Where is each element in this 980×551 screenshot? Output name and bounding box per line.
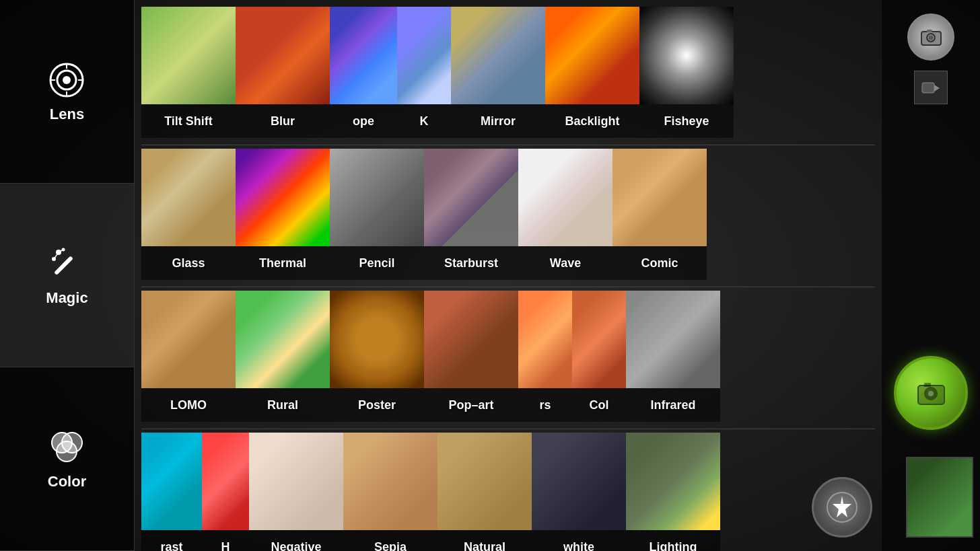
filter-fisheye[interactable]: Fisheye bbox=[639, 7, 734, 138]
filter-key[interactable]: K bbox=[397, 7, 451, 138]
filter-white[interactable]: white bbox=[532, 433, 626, 551]
filter-key-thumb bbox=[397, 7, 451, 104]
svg-point-15 bbox=[57, 441, 77, 462]
svg-rect-19 bbox=[927, 30, 932, 32]
color-section: LOMO Rural Poster Pop–art rs Col bbox=[141, 291, 875, 429]
filter-comic[interactable]: Comic bbox=[612, 149, 707, 280]
filter-pencil-thumb bbox=[330, 149, 424, 246]
magic-label: Magic bbox=[46, 289, 88, 307]
filter-pencil[interactable]: Pencil bbox=[330, 149, 424, 280]
filter-negative[interactable]: Negative bbox=[249, 433, 343, 551]
filter-h-label: H bbox=[202, 530, 249, 551]
filter-starburst[interactable]: Starburst bbox=[424, 149, 518, 280]
video-small-button[interactable] bbox=[914, 71, 948, 104]
svg-rect-20 bbox=[922, 83, 934, 93]
filter-natural-thumb bbox=[438, 433, 532, 530]
filter-popart[interactable]: Pop–art bbox=[424, 291, 518, 422]
filter-glass-thumb bbox=[141, 149, 236, 246]
color2-section: rast H Negative Sepia Natural white bbox=[141, 433, 875, 551]
filter-negative-label: Negative bbox=[249, 530, 343, 551]
sidebar-item-magic[interactable]: Magic bbox=[0, 184, 134, 367]
magic-icon bbox=[47, 244, 88, 284]
filter-comic-label: Comic bbox=[612, 246, 707, 280]
filter-infrared-thumb bbox=[626, 291, 720, 388]
filter-rs[interactable]: rs bbox=[518, 291, 572, 422]
filter-starburst-thumb bbox=[424, 149, 518, 246]
filter-mirror-label: Mirror bbox=[451, 104, 545, 138]
filter-lighting-label: Lighting bbox=[626, 530, 720, 551]
sidebar-item-lens[interactable]: Lens bbox=[0, 0, 134, 184]
filter-backlight-label: Backlight bbox=[545, 104, 639, 138]
filter-rural[interactable]: Rural bbox=[236, 291, 330, 422]
lens-filter-grid: Tilt Shift Blur ope K Mirror Backlight bbox=[141, 7, 875, 138]
filter-lomo[interactable]: LOMO bbox=[141, 291, 236, 422]
filter-kaleidoscope[interactable]: ope bbox=[330, 7, 397, 138]
filter-lomo-label: LOMO bbox=[141, 388, 236, 422]
filter-col-label: Col bbox=[572, 388, 626, 422]
filter-blur[interactable]: Blur bbox=[236, 7, 330, 138]
left-sidebar: Lens Magic Color bbox=[0, 0, 135, 551]
svg-rect-7 bbox=[54, 256, 73, 275]
svg-point-24 bbox=[928, 391, 934, 396]
filter-tiltshift[interactable]: Tilt Shift bbox=[141, 7, 236, 138]
filter-infrared-label: Infrared bbox=[626, 388, 720, 422]
filter-glass-label: Glass bbox=[141, 246, 236, 280]
filter-mirror-thumb bbox=[451, 7, 545, 104]
filter-h[interactable]: H bbox=[202, 433, 249, 551]
filter-fisheye-thumb bbox=[639, 7, 734, 104]
filter-lomo-thumb bbox=[141, 291, 236, 388]
filter-contrast[interactable]: rast bbox=[141, 433, 202, 551]
filter-wave-label: Wave bbox=[518, 246, 612, 280]
filter-sepia-label: Sepia bbox=[343, 530, 438, 551]
filter-blur-thumb bbox=[236, 7, 330, 104]
filter-sepia-thumb bbox=[343, 433, 438, 530]
sidebar-item-color[interactable]: Color bbox=[0, 367, 134, 551]
filter-wave[interactable]: Wave bbox=[518, 149, 612, 280]
filter-fisheye-label: Fisheye bbox=[639, 104, 734, 138]
filter-poster-thumb bbox=[330, 291, 424, 388]
lens-section: Tilt Shift Blur ope K Mirror Backlight bbox=[141, 7, 875, 145]
filter-comic-thumb bbox=[612, 149, 707, 246]
filter-negative-thumb bbox=[249, 433, 343, 530]
camera-small-button[interactable] bbox=[907, 13, 954, 61]
filter-white-label: white bbox=[532, 530, 626, 551]
filter-poster[interactable]: Poster bbox=[330, 291, 424, 422]
filter-blur-label: Blur bbox=[236, 104, 330, 138]
filter-contrast-thumb bbox=[141, 433, 202, 530]
camera-capture-button[interactable] bbox=[894, 356, 968, 430]
filter-kaleidoscope-label: ope bbox=[330, 104, 397, 138]
filter-rs-label: rs bbox=[518, 388, 572, 422]
svg-marker-21 bbox=[934, 85, 940, 91]
filter-rs-thumb bbox=[518, 291, 572, 388]
color-label: Color bbox=[48, 473, 86, 490]
filter-popart-thumb bbox=[424, 291, 518, 388]
svg-rect-25 bbox=[924, 383, 931, 387]
svg-point-18 bbox=[929, 36, 933, 40]
svg-point-2 bbox=[63, 76, 71, 84]
filter-rural-label: Rural bbox=[236, 388, 330, 422]
filter-thermal[interactable]: Thermal bbox=[236, 149, 330, 280]
filter-popart-label: Pop–art bbox=[424, 388, 518, 422]
color-icon-sidebar bbox=[47, 427, 88, 468]
filter-natural[interactable]: Natural bbox=[438, 433, 532, 551]
filter-poster-label: Poster bbox=[330, 388, 424, 422]
filter-h-thumb bbox=[202, 433, 249, 530]
filter-backlight-thumb bbox=[545, 7, 639, 104]
color-filter-grid: LOMO Rural Poster Pop–art rs Col bbox=[141, 291, 875, 422]
filter-natural-label: Natural bbox=[438, 530, 532, 551]
filter-tiltshift-thumb bbox=[141, 7, 236, 104]
lens-label: Lens bbox=[50, 106, 84, 123]
filter-infrared[interactable]: Infrared bbox=[626, 291, 720, 422]
filter-col-thumb bbox=[572, 291, 626, 388]
filter-lighting[interactable]: Lighting bbox=[626, 433, 720, 551]
filter-mirror[interactable]: Mirror bbox=[451, 7, 545, 138]
magic-wand-button[interactable] bbox=[812, 477, 872, 538]
filter-col[interactable]: Col bbox=[572, 291, 626, 422]
filter-sepia[interactable]: Sepia bbox=[343, 433, 438, 551]
gallery-thumbnail[interactable] bbox=[906, 457, 973, 538]
filter-key-label: K bbox=[397, 104, 451, 138]
filter-wave-thumb bbox=[518, 149, 612, 246]
filter-glass[interactable]: Glass bbox=[141, 149, 236, 280]
filter-backlight[interactable]: Backlight bbox=[545, 7, 639, 138]
color2-filter-grid: rast H Negative Sepia Natural white bbox=[141, 433, 875, 551]
